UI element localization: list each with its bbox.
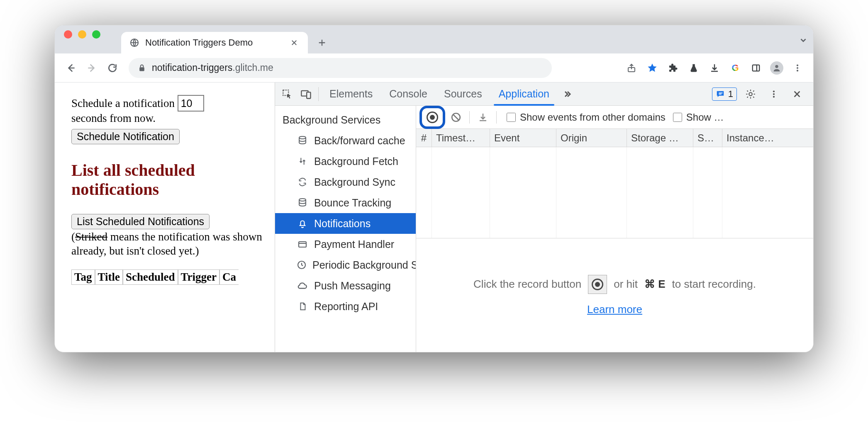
issues-count: 1 [728,89,733,100]
svg-point-17 [299,136,306,139]
svg-point-4 [775,65,778,68]
col-timestamp[interactable]: Timest… [432,129,490,147]
schedule-row: Schedule a notification [71,95,275,112]
learn-more-link[interactable]: Learn more [587,303,642,316]
list-notifications-button[interactable]: List Scheduled Notifications [71,214,210,229]
svg-point-7 [797,70,798,71]
bookmark-star-icon[interactable] [646,61,659,75]
col-index[interactable]: # [416,129,432,147]
checkbox[interactable] [507,113,516,122]
sidebar-item-notifications[interactable]: Notifications [275,213,416,234]
sidebar-item-background-sync[interactable]: Background Sync [275,172,416,192]
new-tab-button[interactable] [308,32,336,53]
tab-title: Notification Triggers Demo [145,37,253,48]
reload-button[interactable] [104,59,121,77]
inspect-icon[interactable] [278,83,297,106]
labs-icon[interactable] [687,61,700,75]
save-icon[interactable] [475,109,491,126]
browser-tab[interactable]: Notification Triggers Demo [121,32,308,53]
sidebar-item-background-fetch[interactable]: Background Fetch [275,151,416,172]
checkbox-label: Show events from other domains [520,112,666,123]
svg-rect-11 [719,92,722,93]
seconds-input[interactable] [178,95,204,112]
share-icon[interactable] [625,61,638,75]
col-instance[interactable]: Instance… [722,129,813,147]
sidebar-item-reporting-api[interactable]: Reporting API [275,296,416,317]
issues-badge[interactable]: 1 [712,87,737,101]
col-origin[interactable]: Origin [556,129,627,147]
tab-list-button[interactable] [793,29,813,51]
minimize-window-icon[interactable] [78,30,86,39]
show-truncated-checkbox[interactable]: Show … [673,112,724,123]
downloads-icon[interactable] [708,61,721,75]
clear-icon[interactable] [448,109,464,126]
col-event[interactable]: Event [490,129,556,147]
svg-point-5 [797,64,798,66]
record-icon [427,112,438,123]
events-grid [416,147,813,238]
hint-after: or hit [614,278,638,291]
checkbox[interactable] [673,113,682,122]
tabs-overflow-icon[interactable] [558,83,577,106]
browser-window: Notification Triggers Demo notificatio [54,25,814,352]
schedule-suffix: seconds from now. [71,112,275,126]
list-heading: List all scheduled notifications [71,161,275,199]
fetch-icon [297,157,308,166]
settings-gear-icon[interactable] [741,83,760,106]
demo-page: Schedule a notification seconds from now… [55,83,275,352]
devtools-main: Show events from other domains Show … # … [416,106,813,352]
content-area: Schedule a notification seconds from now… [55,83,813,352]
sidebar-item-push-messaging[interactable]: Push Messaging [275,275,416,296]
devtools-panel: Elements Console Sources Application 1 [275,83,813,352]
window-controls[interactable] [64,25,121,53]
svg-rect-19 [299,242,306,247]
svg-rect-12 [719,94,721,95]
th-title: Title [95,269,123,285]
tab-application[interactable]: Application [490,83,558,105]
svg-point-14 [773,90,775,92]
close-tab-icon[interactable] [289,37,300,48]
col-s[interactable]: S… [693,129,722,147]
sidebar-category: Background Services [275,112,416,130]
close-window-icon[interactable] [64,30,72,39]
hint-before: Click the record button [473,278,581,291]
profile-avatar[interactable] [770,61,783,75]
col-storage[interactable]: Storage … [627,129,693,147]
tab-elements[interactable]: Elements [321,83,381,105]
notifications-table: Tag Title Scheduled Trigger Ca [71,269,275,285]
record-button[interactable] [419,106,445,129]
checkbox-label: Show … [686,112,724,123]
hint-shortcut: ⌘ E [644,278,666,291]
bell-icon [297,218,308,228]
tab-sources[interactable]: Sources [436,83,490,105]
hint-record-icon [588,275,607,294]
address-bar[interactable]: notification-triggers.glitch.me [129,58,552,78]
svg-point-6 [797,67,798,68]
sidebar-item-bounce-tracking[interactable]: Bounce Tracking [275,192,416,213]
document-icon [297,302,308,311]
sidebar-item-back-forward-cache[interactable]: Back/forward cache [275,130,416,151]
device-toggle-icon[interactable] [297,83,316,106]
back-button[interactable] [62,59,80,77]
close-devtools-icon[interactable] [788,83,807,106]
google-icon[interactable]: G [729,61,742,75]
th-trigger: Trigger [178,269,219,285]
cloud-icon [297,280,308,291]
devtools-kebab-icon[interactable] [764,83,783,106]
svg-point-15 [773,93,775,95]
card-icon [297,239,308,249]
schedule-notification-button[interactable]: Schedule Notification [71,129,180,144]
tab-console[interactable]: Console [381,83,436,105]
sidebar-item-periodic-sync[interactable]: Periodic Background Sync [275,255,416,275]
extensions-icon[interactable] [666,61,680,75]
devtools-tabbar: Elements Console Sources Application 1 [275,83,813,106]
maximize-window-icon[interactable] [92,30,100,39]
kebab-menu-icon[interactable] [791,61,804,75]
sync-icon [297,177,308,187]
recording-toolbar: Show events from other domains Show … [416,106,813,129]
sidebar-item-payment-handler[interactable]: Payment Handler [275,234,416,255]
clock-icon [297,260,307,270]
show-other-domains-checkbox[interactable]: Show events from other domains [507,112,666,123]
sidepanel-icon[interactable] [749,61,763,75]
forward-button[interactable] [83,59,100,77]
